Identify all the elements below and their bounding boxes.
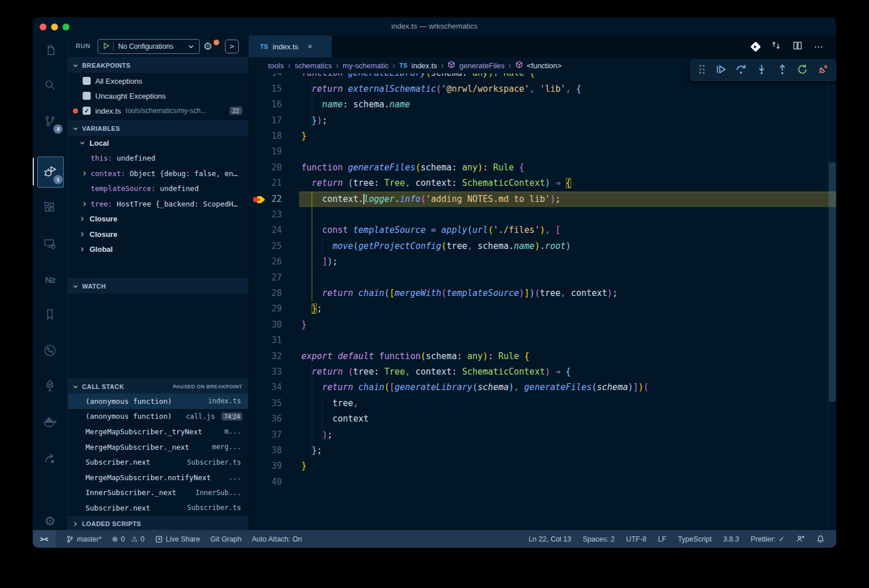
- code-line[interactable]: 15 return externalSchematic('@nrwl/works…: [249, 81, 836, 97]
- code-line[interactable]: 32export default function(schema: any): …: [249, 349, 836, 364]
- remote-indicator[interactable]: ><: [33, 530, 56, 548]
- scrollbar-thumb[interactable]: [829, 162, 836, 402]
- step-into-icon[interactable]: [756, 64, 767, 77]
- checkbox-unchecked[interactable]: [83, 77, 91, 85]
- git-graph-item[interactable]: Git Graph: [210, 535, 241, 543]
- code-line[interactable]: 29 };: [249, 301, 836, 317]
- close-tab-icon[interactable]: ×: [308, 42, 312, 51]
- breadcrumb-schematics[interactable]: schematics: [294, 61, 332, 70]
- code-line[interactable]: 27: [249, 270, 836, 286]
- variables-scope-global[interactable]: Global: [68, 242, 248, 258]
- code-line[interactable]: 33 return (tree: Tree, context: Schemati…: [249, 364, 836, 380]
- loaded-scripts-section-header[interactable]: LOADED SCRIPTS: [68, 516, 248, 531]
- nx-console-icon[interactable]: N≥: [33, 266, 67, 293]
- launch-configuration-dropdown[interactable]: No Configurations: [98, 39, 200, 54]
- variable-templateSource[interactable]: templateSource: undefined: [68, 181, 248, 197]
- drag-grip-icon[interactable]: [698, 64, 706, 77]
- typescript-version-item[interactable]: 3.8.3: [723, 535, 739, 543]
- checkbox-unchecked[interactable]: [83, 92, 91, 100]
- call-stack-frame[interactable]: InnerSubscriber._nextInnerSub...: [68, 485, 248, 501]
- line-number[interactable]: 33: [249, 364, 282, 380]
- code-line[interactable]: 36 context: [249, 411, 836, 427]
- call-stack-frame[interactable]: MergeMapSubscriber._nextmerg...: [68, 439, 248, 455]
- line-number[interactable]: 29: [249, 301, 282, 317]
- line-number[interactable]: 24: [249, 223, 282, 238]
- call-stack-frame[interactable]: Subscriber.nextSubscriber.ts: [68, 500, 248, 516]
- explorer-icon[interactable]: [33, 37, 67, 64]
- code-line[interactable]: 24 const templateSource = apply(url('./f…: [249, 223, 836, 238]
- checkbox-checked[interactable]: ✓: [83, 107, 91, 115]
- variables-scope-closure[interactable]: Closure: [68, 227, 248, 242]
- breakpoint-uncaught-exceptions[interactable]: Uncaught Exceptions: [68, 88, 248, 103]
- debug-current-line-pointer[interactable]: [252, 194, 267, 207]
- notifications-bell-icon[interactable]: [816, 535, 825, 543]
- code-line[interactable]: 23: [249, 207, 836, 223]
- line-number[interactable]: 20: [249, 160, 282, 176]
- prettier-item[interactable]: Prettier: ✓: [751, 535, 785, 543]
- code-line[interactable]: 40: [249, 474, 836, 490]
- line-number[interactable]: 18: [249, 128, 282, 144]
- code-line[interactable]: 19: [249, 144, 836, 159]
- code-line[interactable]: 38 };: [249, 443, 836, 458]
- line-number[interactable]: 34: [249, 380, 282, 395]
- more-actions-icon[interactable]: ⋯: [814, 41, 824, 52]
- line-number[interactable]: 35: [249, 396, 282, 411]
- todo-tree-icon[interactable]: [33, 372, 67, 399]
- line-number[interactable]: 15: [249, 81, 282, 97]
- docker-icon[interactable]: [33, 408, 67, 435]
- language-mode-item[interactable]: TypeScript: [678, 535, 712, 543]
- code-line[interactable]: 28 return chain([mergeWith(templateSourc…: [249, 286, 836, 301]
- debug-console-button[interactable]: >: [225, 40, 239, 53]
- run-and-debug-icon[interactable]: 1: [33, 158, 67, 185]
- start-debug-icon[interactable]: [103, 42, 110, 51]
- line-number[interactable]: 25: [249, 239, 282, 254]
- line-number[interactable]: 26: [249, 254, 282, 270]
- code-line[interactable]: 17 });: [249, 113, 836, 128]
- extensions-icon[interactable]: [33, 194, 67, 221]
- breadcrumb-my-schematic[interactable]: my-schematic: [343, 61, 389, 70]
- eol-item[interactable]: LF: [658, 535, 666, 543]
- line-number[interactable]: 39: [249, 458, 282, 474]
- restart-icon[interactable]: [797, 64, 808, 77]
- auto-attach-item[interactable]: Auto Attach: On: [252, 535, 302, 543]
- variable-tree[interactable]: tree: HostTree {_backend: ScopedH…: [68, 196, 248, 212]
- remote-explorer-icon[interactable]: [33, 230, 67, 258]
- cursor-position-item[interactable]: Ln 22, Col 13: [529, 535, 571, 543]
- code-line[interactable]: 16 name: schema.name: [249, 97, 836, 112]
- line-number[interactable]: 14: [249, 73, 282, 81]
- line-number[interactable]: 23: [249, 207, 282, 223]
- breadcrumb-function[interactable]: <function>: [527, 61, 562, 70]
- code-editor[interactable]: 14function generateLibrary(schema: any):…: [249, 73, 836, 530]
- editor-scrollbar[interactable]: [828, 73, 836, 530]
- problems-item[interactable]: ⊗ 0 ⚠ 0: [112, 535, 145, 543]
- line-number[interactable]: 30: [249, 317, 282, 333]
- step-out-icon[interactable]: [777, 64, 788, 77]
- tab-index-ts[interactable]: TS index.ts ×: [249, 36, 332, 57]
- git-branch-item[interactable]: master*: [66, 535, 102, 543]
- breadcrumb-generateFiles[interactable]: generateFiles: [459, 61, 505, 70]
- step-over-icon[interactable]: [735, 64, 747, 77]
- line-number[interactable]: 40: [249, 474, 282, 490]
- code-line[interactable]: 18}: [249, 128, 836, 144]
- breadcrumb-tools[interactable]: tools: [268, 61, 284, 70]
- breadcrumb-index-ts[interactable]: index.ts: [412, 61, 437, 70]
- live-share-share-icon[interactable]: [33, 445, 67, 472]
- configure-gear-icon[interactable]: ⚙: [203, 41, 212, 52]
- code-line[interactable]: 22 context.logger.info('adding NOTES.md …: [249, 192, 836, 207]
- variables-scope-closure[interactable]: Closure: [68, 212, 248, 227]
- line-number[interactable]: 31: [249, 333, 282, 348]
- indentation-item[interactable]: Spaces: 2: [583, 535, 615, 543]
- code-line[interactable]: 37 );: [249, 427, 836, 443]
- call-stack-frame[interactable]: MergeMapSubscriber._tryNextm...: [68, 424, 248, 439]
- call-stack-frame[interactable]: (anonymous function)index.ts: [68, 394, 248, 409]
- call-stack-section-header[interactable]: CALL STACK PAUSED ON BREAKPOINT: [68, 379, 248, 394]
- open-changes-icon[interactable]: [771, 40, 781, 53]
- line-number[interactable]: 19: [249, 144, 282, 159]
- breakpoint-all-exceptions[interactable]: All Exceptions: [68, 73, 248, 88]
- code-line[interactable]: 20function generateFiles(schema: any): R…: [249, 160, 836, 176]
- variables-scope-local[interactable]: Local: [68, 135, 248, 151]
- split-editor-icon[interactable]: [793, 41, 802, 53]
- breakpoints-section-header[interactable]: BREAKPOINTS: [68, 57, 248, 73]
- line-number[interactable]: 36: [249, 411, 282, 427]
- code-line[interactable]: 21 return (tree: Tree, context: Schemati…: [249, 176, 836, 191]
